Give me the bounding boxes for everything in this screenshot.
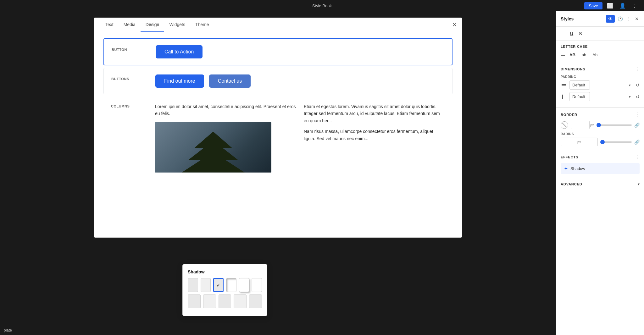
radius-label: RADIUS: [561, 132, 640, 136]
tabs-bar: Text Media Design Widgets Theme ✕: [94, 18, 462, 32]
shadow-opt-d[interactable]: [234, 294, 247, 308]
styles-panel-title: Styles: [561, 16, 603, 21]
underline-button[interactable]: U: [568, 30, 575, 37]
border-width-input[interactable]: [571, 121, 590, 129]
user-icon-button[interactable]: 👤: [618, 2, 628, 9]
radius-slider-thumb: [600, 140, 605, 144]
shadow-opt-b[interactable]: [203, 294, 216, 308]
styles-panel-header: Styles 👁 🕐 ⋮ ✕: [556, 11, 644, 27]
letter-case-options: — AB ab Ab: [561, 52, 640, 58]
radius-input-wrapper: px: [561, 138, 598, 146]
padding-h-icon: [561, 84, 567, 86]
tab-theme[interactable]: Theme: [190, 18, 214, 32]
columns-content: Lorem ipsum dolor sit amet, consectetur …: [155, 103, 445, 173]
shadow-opt-check[interactable]: [213, 278, 224, 292]
uppercase-button[interactable]: AB: [568, 52, 577, 58]
text-format-row: — U S: [556, 27, 644, 41]
tab-text[interactable]: Text: [100, 18, 119, 32]
save-button[interactable]: Save: [584, 2, 602, 9]
bottom-label: plate: [4, 328, 12, 332]
shadow-opt-a[interactable]: [188, 294, 201, 308]
padding-h-reset-button[interactable]: ↺: [636, 83, 640, 88]
columns-section: COLUMNS Lorem ipsum dolor sit amet, cons…: [103, 97, 452, 179]
strikethrough-button[interactable]: S: [577, 30, 584, 37]
columns-label: COLUMNS: [111, 103, 155, 108]
col2-text2: Nam risus massa, ullamcorpe consectetur …: [304, 128, 445, 142]
advanced-section[interactable]: Advanced ▾: [556, 178, 644, 190]
border-header: Border ⋮: [561, 112, 640, 118]
radius-link-button[interactable]: 🔗: [634, 140, 640, 145]
shadow-opt-outer[interactable]: [239, 278, 249, 292]
dimensions-more-button[interactable]: ⋮: [635, 66, 640, 72]
view-icon-button[interactable]: ⬜: [605, 2, 615, 9]
cta-button[interactable]: Call to Action: [156, 45, 203, 58]
top-bar: Style Book Save ⬜ 👤 ⋮: [0, 0, 644, 11]
border-link-button[interactable]: 🔗: [634, 123, 640, 128]
padding-horizontal-select[interactable]: Default Small Medium Large: [569, 80, 590, 90]
capitalize-button[interactable]: Ab: [591, 52, 599, 58]
radius-px-label: px: [577, 140, 581, 144]
advanced-title: Advanced: [561, 182, 582, 186]
lowercase-button[interactable]: ab: [580, 52, 588, 58]
padding-v-reset-button[interactable]: ↺: [636, 94, 640, 99]
shadow-opt-white[interactable]: [252, 278, 262, 292]
shadow-opt-light[interactable]: [201, 278, 211, 292]
shadow-options-row2: [188, 294, 262, 308]
dimensions-section: Dimensions ⋮ PADDING Default Small Mediu…: [556, 62, 644, 108]
buttons-section: BUTTONS Find out more Contact us: [103, 68, 452, 94]
styles-close-button[interactable]: ✕: [634, 15, 640, 22]
padding-vertical-select[interactable]: Default Small Medium Large: [569, 92, 590, 101]
column-image: [155, 122, 271, 173]
close-panel-button[interactable]: ✕: [452, 21, 457, 28]
content-area: BUTTON Call to Action BUTTONS Find out m…: [94, 32, 462, 185]
padding-v-icon: [561, 95, 567, 99]
radius-input[interactable]: [564, 140, 576, 144]
letter-case-section: LETTER CASE — AB ab Ab: [556, 41, 644, 62]
effects-header: Effects ⋮: [561, 154, 640, 160]
shadow-opt-c[interactable]: [219, 294, 231, 308]
padding-vertical-row: Default Small Medium Large ↺: [561, 92, 640, 101]
eye-icon-button[interactable]: 👁: [606, 15, 615, 23]
padding-label: PADDING: [561, 75, 640, 79]
shadow-effect-item[interactable]: ✦ Shadow: [561, 163, 640, 174]
border-title: Border: [561, 113, 577, 117]
shadow-opt-none[interactable]: [188, 278, 198, 292]
styles-panel: Styles 👁 🕐 ⋮ ✕ — U S LETTER CASE — AB ab…: [556, 11, 644, 335]
shadow-opt-inner[interactable]: [226, 278, 236, 292]
styles-more-button[interactable]: ⋮: [626, 15, 632, 22]
buttons-section-label: BUTTONS: [111, 74, 155, 81]
shadow-opt-e[interactable]: [249, 294, 262, 308]
border-slider[interactable]: [597, 124, 632, 126]
strikethrough-icon: —: [561, 31, 566, 36]
style-book-title: Style Book: [312, 3, 332, 8]
clock-icon-button[interactable]: 🕐: [617, 15, 624, 22]
radius-subsection: RADIUS px 🔗: [561, 132, 640, 146]
tab-design[interactable]: Design: [141, 18, 164, 32]
border-more-button[interactable]: ⋮: [635, 112, 640, 118]
effects-title: Effects: [561, 155, 578, 159]
shadow-effect-icon: ✦: [564, 166, 568, 172]
effects-more-button[interactable]: ⋮: [635, 154, 640, 160]
shadow-effect-label: Shadow: [570, 166, 636, 171]
radius-slider[interactable]: [600, 141, 632, 143]
contact-us-button[interactable]: Contact us: [209, 74, 251, 88]
padding-v-select-wrapper: Default Small Medium Large: [569, 92, 633, 101]
find-out-more-button[interactable]: Find out more: [155, 74, 204, 88]
style-book-panel: Text Media Design Widgets Theme ✕ BUTTON: [94, 18, 462, 238]
radius-controls: px 🔗: [561, 138, 640, 146]
top-bar-actions: Save ⬜ 👤 ⋮: [584, 2, 639, 9]
border-px-label: px: [590, 123, 594, 127]
canvas-area: Text Media Design Widgets Theme ✕ BUTTON: [0, 11, 556, 335]
letter-case-header: LETTER CASE: [561, 45, 640, 48]
column-right: Etiam et egestas lorem. Vivamus sagittis…: [304, 103, 445, 173]
border-section: Border ⋮ px 🔗 RADIUS px 🔗: [556, 108, 644, 150]
tab-widgets[interactable]: Widgets: [164, 18, 190, 32]
effects-section: Effects ⋮ ✦ Shadow: [556, 150, 644, 178]
tab-media[interactable]: Media: [119, 18, 141, 32]
shadow-popup: Shadow: [182, 264, 267, 316]
column-left: Lorem ipsum dolor sit amet, consectetur …: [155, 103, 296, 173]
styles-header-icons: 👁 🕐 ⋮ ✕: [606, 15, 640, 23]
button-section-content: Call to Action: [156, 45, 444, 58]
button-section-label: BUTTON: [112, 45, 156, 52]
more-options-button[interactable]: ⋮: [630, 2, 639, 9]
